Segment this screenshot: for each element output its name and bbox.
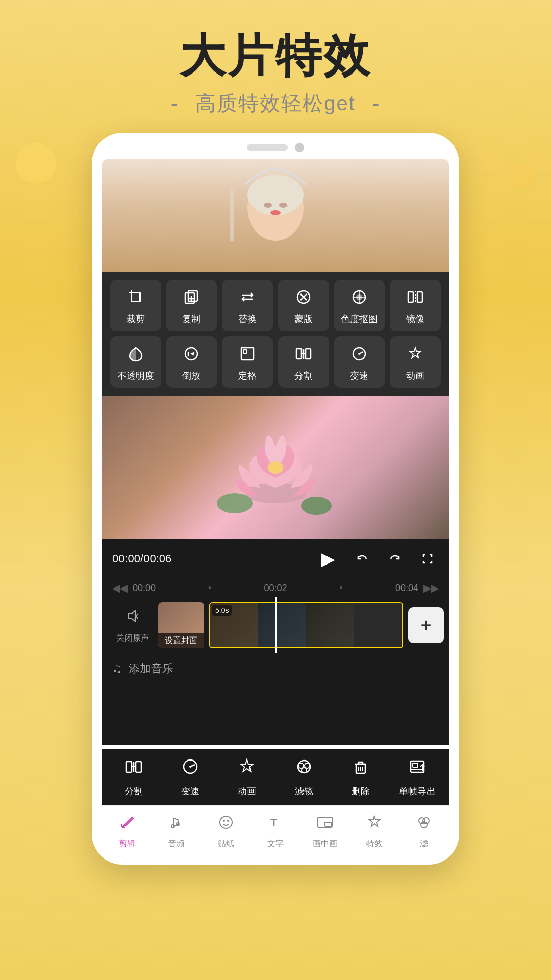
video-face-preview: [102, 159, 449, 272]
speed-label: 变速: [350, 370, 368, 382]
ruler-end-btn[interactable]: ▶▶: [423, 582, 439, 594]
svg-point-4: [270, 210, 281, 215]
svg-point-61: [220, 816, 232, 828]
cover-label: 设置封面: [158, 633, 204, 648]
ruler-mark-0: 00:00: [133, 583, 156, 594]
svg-point-33: [268, 461, 283, 474]
mirror-icon: [406, 288, 424, 309]
nav-item-filter[interactable]: 滤: [399, 813, 449, 849]
crop-icon: [127, 288, 145, 309]
redo-button[interactable]: [384, 548, 406, 570]
animate-icon: [406, 345, 424, 365]
tool-matte[interactable]: 蒙版: [278, 280, 329, 331]
nav-item-pip[interactable]: 画中画: [300, 813, 350, 849]
bottom-tool-filter[interactable]: 滤镜: [278, 757, 330, 797]
phone-camera: [295, 143, 304, 152]
bottom-split-label: 分割: [124, 785, 143, 797]
deco-circle-left: [15, 143, 56, 184]
replace-label: 替换: [238, 313, 257, 325]
copy-label: 复制: [182, 313, 201, 325]
ruler-mark-1: 00:02: [264, 583, 287, 594]
copy-icon: [182, 288, 201, 309]
replace-icon: [238, 288, 257, 309]
time-display: 00:00/00:06: [112, 552, 305, 566]
ruler-mark-2: 00:04: [395, 583, 418, 594]
tool-reverse[interactable]: 倒放: [166, 336, 217, 388]
nav-audio-icon: [167, 813, 186, 836]
bottom-tool-animate[interactable]: 动画: [221, 757, 273, 797]
tool-chroma[interactable]: 色度抠图: [334, 280, 385, 331]
timeline-controls: 00:00/00:06 ▶: [102, 539, 449, 579]
timeline-ruler: ◀◀ 00:00 • 00:02 • 00:04 ▶▶: [102, 579, 449, 597]
play-button[interactable]: ▶: [315, 546, 341, 572]
timeline-cursor: [276, 597, 277, 653]
tool-opacity[interactable]: 不透明度: [110, 336, 161, 388]
tool-replace[interactable]: 替换: [222, 280, 273, 331]
ruler-start-btn[interactable]: ◀◀: [112, 582, 128, 594]
bottom-speed-icon: [181, 757, 200, 781]
cover-thumb[interactable]: 设置封面: [158, 602, 204, 648]
bottom-tools: 分割 变速 动画: [102, 749, 449, 805]
reverse-icon: [182, 345, 201, 365]
svg-point-63: [227, 820, 229, 822]
nav-item-audio[interactable]: 音频: [152, 813, 201, 849]
nav-item-effects[interactable]: 特效: [350, 813, 399, 849]
fullscreen-button[interactable]: [416, 548, 439, 570]
strip-frame-2: [258, 603, 306, 647]
add-music-bar[interactable]: ♫ 添加音乐: [102, 653, 449, 683]
lotus-svg: [214, 416, 337, 519]
animate-label: 动画: [406, 370, 424, 382]
strip-time-label: 5.0s: [212, 605, 232, 616]
undo-button[interactable]: [351, 548, 373, 570]
nav-item-text[interactable]: T 文字: [251, 813, 300, 849]
nav-filter-icon: [415, 813, 433, 836]
nav-sticker-icon: [217, 813, 235, 836]
bottom-export-icon: [408, 757, 427, 781]
svg-rect-39: [136, 762, 141, 772]
tool-animate[interactable]: 动画: [390, 336, 441, 388]
bottom-tool-split[interactable]: 分割: [107, 757, 160, 797]
tool-speed[interactable]: 变速: [334, 336, 385, 388]
svg-rect-6: [131, 290, 132, 302]
chroma-icon: [350, 288, 368, 309]
nav-effects-icon: [365, 813, 384, 836]
tool-copy[interactable]: 复制: [166, 280, 217, 331]
svg-rect-19: [408, 292, 413, 302]
freeze-icon: [238, 345, 257, 365]
bottom-tool-export[interactable]: 单帧导出: [391, 757, 444, 797]
tool-crop[interactable]: 裁剪: [110, 280, 161, 331]
strip-frame-3: [306, 603, 354, 647]
speed-icon: [350, 345, 368, 365]
nav-pip-label: 画中画: [313, 839, 337, 849]
ruler-track: 00:00 • 00:02 • 00:04: [128, 583, 423, 594]
svg-rect-9: [129, 292, 141, 293]
svg-rect-20: [417, 292, 422, 302]
matte-label: 蒙版: [294, 313, 313, 325]
tool-split[interactable]: 分割: [278, 336, 329, 388]
audio-off-control[interactable]: 关闭原声: [112, 607, 153, 644]
sub-title: - 高质特效轻松get -: [0, 89, 551, 117]
nav-sticker-label: 贴纸: [218, 839, 234, 849]
svg-point-62: [223, 820, 225, 822]
svg-rect-54: [413, 763, 418, 767]
bottom-tool-delete[interactable]: 删除: [334, 757, 387, 797]
nav-item-edit[interactable]: 剪辑: [102, 813, 152, 849]
svg-point-43: [189, 766, 191, 768]
svg-rect-66: [325, 822, 331, 826]
nav-item-sticker[interactable]: 贴纸: [201, 813, 251, 849]
flower-preview: [102, 396, 449, 539]
bottom-tool-speed[interactable]: 变速: [164, 757, 216, 797]
timeline-spacer: [102, 683, 449, 745]
nav-bar: 剪辑 音频 贴纸: [102, 805, 449, 854]
bottom-export-label: 单帧导出: [399, 785, 436, 797]
reverse-label: 倒放: [182, 370, 201, 382]
video-strip[interactable]: 5.0s: [209, 602, 403, 648]
deco-circle-right: [510, 163, 536, 189]
video-preview-top: [102, 159, 449, 272]
tool-freeze[interactable]: 定格: [222, 336, 273, 388]
tool-mirror[interactable]: 镜像: [390, 280, 441, 331]
add-clip-button[interactable]: +: [408, 607, 444, 643]
nav-filter-label: 滤: [420, 839, 428, 849]
nav-audio-label: 音频: [168, 839, 185, 849]
nav-effects-label: 特效: [366, 839, 383, 849]
